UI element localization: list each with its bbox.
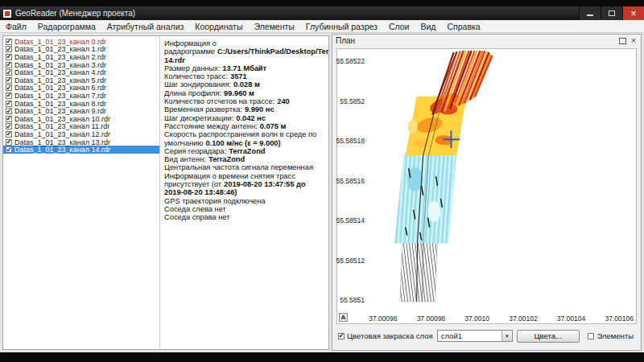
layer-fill-checkbox[interactable] [338,333,345,339]
file-label: Datas_1_01_23_канал 7.rdr [14,92,106,100]
file-row[interactable]: Datas_1_01_23_канал 14.rdr [3,146,159,154]
info-value: 0.075 м [260,122,287,130]
info-line: Шаг зондирования:0.028 м [164,80,324,88]
x-axis-label: 37.0010 [464,315,489,323]
window-title: GeoReader (Менеджер проекта) [15,9,135,18]
file-checkbox[interactable] [6,108,12,114]
maximize-button[interactable] [601,6,622,20]
file-row[interactable]: Datas_1_01_23_канал 12.rdr [3,130,159,138]
file-checkbox[interactable] [6,84,12,91]
file-checkbox[interactable] [6,123,12,130]
x-axis-label: 37.00098 [417,315,445,323]
file-checkbox[interactable] [6,69,12,76]
maximize-icon [609,10,615,16]
file-row[interactable]: Datas_1_01_23_канал 7.rdr [3,92,159,100]
info-text: Длина профиля: [164,89,221,97]
info-line: Размер данных:13.71 Мбайт [164,64,324,72]
file-checkbox[interactable] [6,46,12,52]
file-checkbox[interactable] [6,54,12,60]
info-text: Расстояние между антенн: [164,122,258,130]
layer-fill-group: Цветовая закраска слоя [338,331,433,340]
x-axis: 37.00096 37.00098 37.0010 37.00102 37.00… [367,314,635,323]
info-text: Размер данных: [164,64,220,72]
file-checkbox[interactable] [6,101,12,107]
file-label: Datas_1_01_23_канал 11.rdr [14,122,109,130]
y-axis: 55.58522 55.5852 55.58518 55.58516 55.58… [337,49,367,312]
close-icon [630,9,636,19]
float-panel-icon[interactable] [619,38,626,44]
close-button[interactable] [622,6,644,20]
bottom-black-strip [0,352,644,362]
file-row[interactable]: Datas_1_01_23_канал 1.rdr [3,46,159,54]
menu-bar: Файл Радарограмма Атрибутный анализ Коор… [0,20,644,33]
file-label: Datas_1_01_23_канал 2.rdr [14,53,106,61]
file-label: Datas_1_01_23_канал 9.rdr [14,107,106,115]
file-row[interactable]: Datas_1_01_23_канал 0.rdr [3,38,159,46]
info-value: 240 [277,97,290,105]
file-label: Datas_1_01_23_канал 13.rdr [14,138,110,146]
file-row[interactable]: Datas_1_01_23_канал 2.rdr [3,53,159,61]
x-axis-label: 37.00096 [369,315,397,323]
file-checkbox[interactable] [6,62,12,68]
menu-depth-section[interactable]: Глубинный разрез [300,20,383,32]
menu-view[interactable]: Вид [415,20,441,32]
axis-mode-button[interactable]: A [339,313,348,322]
file-checkbox[interactable] [6,77,12,84]
file-checkbox[interactable] [6,146,12,153]
info-value: 99.960 м [224,89,254,97]
file-row[interactable]: Datas_1_01_23_канал 4.rdr [3,68,159,76]
y-axis-label: 55.58518 [336,137,365,145]
file-label: Datas_1_01_23_канал 14.rdr [14,146,110,154]
minimize-icon [587,14,593,16]
minimize-button[interactable] [579,6,601,20]
file-row[interactable]: Datas_1_01_23_канал 9.rdr [3,107,159,115]
file-checkbox[interactable] [6,39,12,45]
close-panel-icon[interactable] [630,37,638,45]
file-label: Datas_1_01_23_канал 1.rdr [14,45,106,53]
colors-button[interactable]: Цвета... [517,330,580,343]
plan-panel: План 55.58522 55.5852 55.58518 55.58516 … [332,34,642,351]
file-label: Datas_1_01_23_канал 5.rdr [14,76,106,84]
menu-help[interactable]: Справка [441,20,485,32]
menu-elements[interactable]: Элементы [248,20,299,32]
elements-label: Элементы [597,331,634,340]
file-checkbox[interactable] [6,131,12,138]
file-label: Datas_1_01_23_канал 10.rdr [14,115,110,123]
file-row[interactable]: Datas_1_01_23_канал 10.rdr [3,115,159,123]
x-axis-label: 37.00102 [509,315,537,323]
info-text: Центральная частота сигнала переменная [164,163,313,171]
plan-panel-header: План [332,35,641,47]
file-row[interactable]: Datas_1_01_23_канал 8.rdr [3,100,159,108]
file-row[interactable]: Datas_1_01_23_канал 13.rdr [3,138,159,146]
menu-radargram[interactable]: Радарограмма [32,20,101,32]
file-label: Datas_1_01_23_канал 12.rdr [14,130,110,138]
info-value: 3571 [230,72,247,80]
layer-fill-label: Цветовая закраска слоя [347,331,433,340]
elements-checkbox[interactable] [588,333,594,339]
layer-select-value: слой1 [441,331,462,340]
file-label: Datas_1_01_23_канал 4.rdr [14,68,106,76]
y-axis-label: 55.58514 [336,216,365,224]
app-icon [3,10,11,18]
menu-attribute-analysis[interactable]: Атрибутный анализ [101,20,190,32]
elements-group: Элементы [588,331,634,340]
file-checkbox[interactable] [6,139,12,146]
menu-file[interactable]: Файл [0,20,32,32]
info-text: Серия георадара: [164,147,226,155]
file-row[interactable]: Datas_1_01_23_канал 3.rdr [3,61,159,69]
info-text: GPS траектория подключена [164,197,266,205]
y-axis-label: 55.58512 [336,257,365,265]
info-text: Соседа слева нет [164,205,226,213]
file-row[interactable]: Datas_1_01_23_канал 11.rdr [3,123,159,131]
file-row[interactable]: Datas_1_01_23_канал 5.rdr [3,76,159,84]
menu-layers[interactable]: Слои [383,20,415,32]
plan-controls: Цветовая закраска слоя слой1 Цвета... Эл… [338,329,635,343]
menu-coordinates[interactable]: Координаты [189,20,248,32]
plan-map[interactable] [367,50,635,313]
file-row[interactable]: Datas_1_01_23_канал 6.rdr [3,84,159,93]
info-line: Серия георадара:TerraZond [164,147,324,155]
file-checkbox[interactable] [6,93,12,99]
file-checkbox[interactable] [6,116,12,122]
info-line: Количество трасс:3571 [164,72,324,80]
layer-select[interactable]: слой1 [437,330,513,342]
